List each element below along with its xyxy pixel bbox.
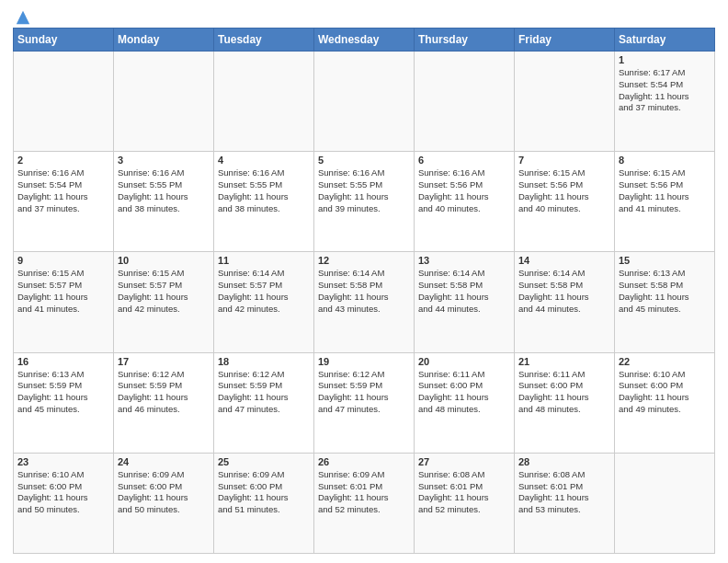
day-info: Sunrise: 6:09 AM Sunset: 6:00 PM Dayligh… [218,469,310,516]
day-info: Sunrise: 6:14 AM Sunset: 5:57 PM Dayligh… [218,268,310,315]
calendar-day-6: 6Sunrise: 6:16 AM Sunset: 5:56 PM Daylig… [415,152,515,252]
weekday-header-friday: Friday [515,29,615,52]
calendar-day-4: 4Sunrise: 6:16 AM Sunset: 5:55 PM Daylig… [214,152,314,252]
day-info: Sunrise: 6:09 AM Sunset: 6:00 PM Dayligh… [118,469,210,516]
day-number: 18 [218,356,310,367]
day-info: Sunrise: 6:14 AM Sunset: 5:58 PM Dayligh… [418,268,510,315]
logo [13,9,31,22]
day-number: 8 [619,155,711,166]
calendar-day-13: 13Sunrise: 6:14 AM Sunset: 5:58 PM Dayli… [415,252,515,352]
header [13,9,715,22]
day-info: Sunrise: 6:16 AM Sunset: 5:55 PM Dayligh… [118,167,210,214]
day-number: 1 [619,54,711,65]
calendar-day-5: 5Sunrise: 6:16 AM Sunset: 5:55 PM Daylig… [314,152,415,252]
calendar-week-row: 23Sunrise: 6:10 AM Sunset: 6:00 PM Dayli… [14,453,715,553]
weekday-header-row: SundayMondayTuesdayWednesdayThursdayFrid… [14,29,715,52]
calendar-day-2: 2Sunrise: 6:16 AM Sunset: 5:54 PM Daylig… [14,152,114,252]
day-info: Sunrise: 6:15 AM Sunset: 5:57 PM Dayligh… [17,268,109,315]
svg-marker-0 [17,11,29,24]
calendar-day-14: 14Sunrise: 6:14 AM Sunset: 5:58 PM Dayli… [515,252,615,352]
calendar-empty-cell [314,52,415,152]
calendar-day-7: 7Sunrise: 6:15 AM Sunset: 5:56 PM Daylig… [515,152,615,252]
day-info: Sunrise: 6:16 AM Sunset: 5:56 PM Dayligh… [418,167,510,214]
day-info: Sunrise: 6:10 AM Sunset: 6:00 PM Dayligh… [619,369,711,416]
calendar-table: SundayMondayTuesdayWednesdayThursdayFrid… [13,28,715,554]
day-info: Sunrise: 6:15 AM Sunset: 5:56 PM Dayligh… [619,167,711,214]
day-info: Sunrise: 6:08 AM Sunset: 6:01 PM Dayligh… [518,469,610,516]
calendar-day-22: 22Sunrise: 6:10 AM Sunset: 6:00 PM Dayli… [615,352,715,453]
day-info: Sunrise: 6:17 AM Sunset: 5:54 PM Dayligh… [619,67,711,114]
weekday-header-sunday: Sunday [14,29,114,52]
calendar-day-23: 23Sunrise: 6:10 AM Sunset: 6:00 PM Dayli… [14,453,114,553]
day-number: 26 [318,456,410,467]
day-number: 7 [518,155,610,166]
calendar-day-19: 19Sunrise: 6:12 AM Sunset: 5:59 PM Dayli… [314,352,415,453]
calendar-week-row: 2Sunrise: 6:16 AM Sunset: 5:54 PM Daylig… [14,152,715,252]
day-info: Sunrise: 6:13 AM Sunset: 5:58 PM Dayligh… [619,268,711,315]
day-info: Sunrise: 6:09 AM Sunset: 6:01 PM Dayligh… [318,469,410,516]
day-number: 15 [619,255,711,266]
day-info: Sunrise: 6:16 AM Sunset: 5:54 PM Dayligh… [17,167,109,214]
calendar-week-row: 9Sunrise: 6:15 AM Sunset: 5:57 PM Daylig… [14,252,715,352]
day-number: 24 [118,456,210,467]
day-number: 21 [518,356,610,367]
day-number: 13 [418,255,510,266]
day-number: 20 [418,356,510,367]
calendar-week-row: 1Sunrise: 6:17 AM Sunset: 5:54 PM Daylig… [14,52,715,152]
day-number: 12 [318,255,410,266]
calendar-day-20: 20Sunrise: 6:11 AM Sunset: 6:00 PM Dayli… [415,352,515,453]
weekday-header-monday: Monday [114,29,214,52]
day-number: 19 [318,356,410,367]
calendar-day-18: 18Sunrise: 6:12 AM Sunset: 5:59 PM Dayli… [214,352,314,453]
day-number: 25 [218,456,310,467]
day-number: 23 [17,456,109,467]
day-number: 5 [318,155,410,166]
day-info: Sunrise: 6:12 AM Sunset: 5:59 PM Dayligh… [318,369,410,416]
day-number: 11 [218,255,310,266]
day-number: 9 [17,255,109,266]
day-info: Sunrise: 6:14 AM Sunset: 5:58 PM Dayligh… [318,268,410,315]
day-number: 6 [418,155,510,166]
page: SundayMondayTuesdayWednesdayThursdayFrid… [0,0,728,563]
day-info: Sunrise: 6:15 AM Sunset: 5:57 PM Dayligh… [118,268,210,315]
calendar-empty-cell [415,52,515,152]
day-number: 17 [118,356,210,367]
calendar-day-11: 11Sunrise: 6:14 AM Sunset: 5:57 PM Dayli… [214,252,314,352]
calendar-day-9: 9Sunrise: 6:15 AM Sunset: 5:57 PM Daylig… [14,252,114,352]
calendar-day-25: 25Sunrise: 6:09 AM Sunset: 6:00 PM Dayli… [214,453,314,553]
calendar-day-24: 24Sunrise: 6:09 AM Sunset: 6:00 PM Dayli… [114,453,214,553]
calendar-empty-cell [615,453,715,553]
weekday-header-thursday: Thursday [415,29,515,52]
calendar-empty-cell [515,52,615,152]
calendar-day-27: 27Sunrise: 6:08 AM Sunset: 6:01 PM Dayli… [415,453,515,553]
weekday-header-saturday: Saturday [615,29,715,52]
calendar-week-row: 16Sunrise: 6:13 AM Sunset: 5:59 PM Dayli… [14,352,715,453]
day-number: 28 [518,456,610,467]
calendar-day-21: 21Sunrise: 6:11 AM Sunset: 6:00 PM Dayli… [515,352,615,453]
calendar-day-10: 10Sunrise: 6:15 AM Sunset: 5:57 PM Dayli… [114,252,214,352]
day-number: 14 [518,255,610,266]
day-number: 16 [17,356,109,367]
day-info: Sunrise: 6:15 AM Sunset: 5:56 PM Dayligh… [518,167,610,214]
day-number: 10 [118,255,210,266]
day-number: 4 [218,155,310,166]
day-info: Sunrise: 6:11 AM Sunset: 6:00 PM Dayligh… [418,369,510,416]
day-number: 3 [118,155,210,166]
calendar-day-17: 17Sunrise: 6:12 AM Sunset: 5:59 PM Dayli… [114,352,214,453]
day-info: Sunrise: 6:12 AM Sunset: 5:59 PM Dayligh… [218,369,310,416]
day-info: Sunrise: 6:13 AM Sunset: 5:59 PM Dayligh… [17,369,109,416]
day-info: Sunrise: 6:16 AM Sunset: 5:55 PM Dayligh… [218,167,310,214]
weekday-header-wednesday: Wednesday [314,29,415,52]
day-number: 2 [17,155,109,166]
day-info: Sunrise: 6:14 AM Sunset: 5:58 PM Dayligh… [518,268,610,315]
calendar-day-1: 1Sunrise: 6:17 AM Sunset: 5:54 PM Daylig… [615,52,715,152]
weekday-header-tuesday: Tuesday [214,29,314,52]
day-info: Sunrise: 6:08 AM Sunset: 6:01 PM Dayligh… [418,469,510,516]
calendar-day-3: 3Sunrise: 6:16 AM Sunset: 5:55 PM Daylig… [114,152,214,252]
calendar-day-28: 28Sunrise: 6:08 AM Sunset: 6:01 PM Dayli… [515,453,615,553]
calendar-day-26: 26Sunrise: 6:09 AM Sunset: 6:01 PM Dayli… [314,453,415,553]
calendar-day-15: 15Sunrise: 6:13 AM Sunset: 5:58 PM Dayli… [615,252,715,352]
calendar-empty-cell [14,52,114,152]
calendar-empty-cell [214,52,314,152]
calendar-day-12: 12Sunrise: 6:14 AM Sunset: 5:58 PM Dayli… [314,252,415,352]
